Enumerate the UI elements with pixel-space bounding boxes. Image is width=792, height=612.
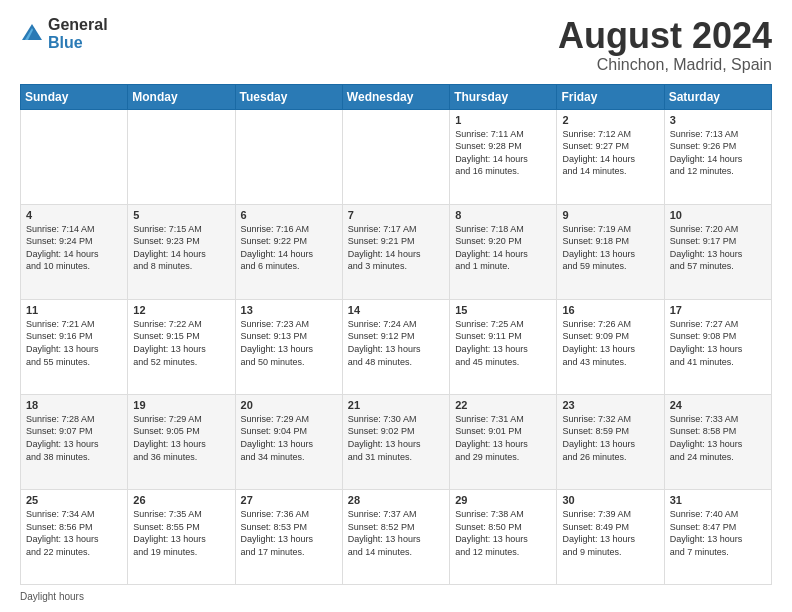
page: General Blue August 2024 Chinchon, Madri… (0, 0, 792, 612)
calendar-cell: 9Sunrise: 7:19 AM Sunset: 9:18 PM Daylig… (557, 204, 664, 299)
calendar-cell: 24Sunrise: 7:33 AM Sunset: 8:58 PM Dayli… (664, 394, 771, 489)
calendar-week-5: 25Sunrise: 7:34 AM Sunset: 8:56 PM Dayli… (21, 489, 772, 584)
day-info: Sunrise: 7:20 AM Sunset: 9:17 PM Dayligh… (670, 223, 766, 273)
calendar-cell: 11Sunrise: 7:21 AM Sunset: 9:16 PM Dayli… (21, 299, 128, 394)
title-block: August 2024 Chinchon, Madrid, Spain (558, 16, 772, 74)
footer-label: Daylight hours (20, 591, 84, 602)
header: General Blue August 2024 Chinchon, Madri… (20, 16, 772, 74)
day-number: 1 (455, 114, 551, 126)
day-number: 2 (562, 114, 658, 126)
day-info: Sunrise: 7:34 AM Sunset: 8:56 PM Dayligh… (26, 508, 122, 558)
day-info: Sunrise: 7:32 AM Sunset: 8:59 PM Dayligh… (562, 413, 658, 463)
logo-text: General Blue (48, 16, 108, 51)
day-number: 21 (348, 399, 444, 411)
logo-blue-text: Blue (48, 34, 108, 52)
day-number: 6 (241, 209, 337, 221)
calendar-cell: 19Sunrise: 7:29 AM Sunset: 9:05 PM Dayli… (128, 394, 235, 489)
day-info: Sunrise: 7:25 AM Sunset: 9:11 PM Dayligh… (455, 318, 551, 368)
calendar-header-sunday: Sunday (21, 84, 128, 109)
day-number: 20 (241, 399, 337, 411)
calendar-cell: 6Sunrise: 7:16 AM Sunset: 9:22 PM Daylig… (235, 204, 342, 299)
day-number: 31 (670, 494, 766, 506)
calendar-cell: 8Sunrise: 7:18 AM Sunset: 9:20 PM Daylig… (450, 204, 557, 299)
day-number: 4 (26, 209, 122, 221)
day-number: 27 (241, 494, 337, 506)
day-info: Sunrise: 7:37 AM Sunset: 8:52 PM Dayligh… (348, 508, 444, 558)
day-info: Sunrise: 7:36 AM Sunset: 8:53 PM Dayligh… (241, 508, 337, 558)
calendar-week-4: 18Sunrise: 7:28 AM Sunset: 9:07 PM Dayli… (21, 394, 772, 489)
calendar-cell: 14Sunrise: 7:24 AM Sunset: 9:12 PM Dayli… (342, 299, 449, 394)
day-number: 17 (670, 304, 766, 316)
calendar-cell: 20Sunrise: 7:29 AM Sunset: 9:04 PM Dayli… (235, 394, 342, 489)
day-number: 19 (133, 399, 229, 411)
footer: Daylight hours (20, 591, 772, 602)
calendar-header-thursday: Thursday (450, 84, 557, 109)
day-number: 13 (241, 304, 337, 316)
calendar-cell: 25Sunrise: 7:34 AM Sunset: 8:56 PM Dayli… (21, 489, 128, 584)
calendar-cell: 12Sunrise: 7:22 AM Sunset: 9:15 PM Dayli… (128, 299, 235, 394)
day-info: Sunrise: 7:29 AM Sunset: 9:05 PM Dayligh… (133, 413, 229, 463)
main-title: August 2024 (558, 16, 772, 56)
day-number: 30 (562, 494, 658, 506)
calendar-cell (235, 109, 342, 204)
day-info: Sunrise: 7:40 AM Sunset: 8:47 PM Dayligh… (670, 508, 766, 558)
day-info: Sunrise: 7:26 AM Sunset: 9:09 PM Dayligh… (562, 318, 658, 368)
day-info: Sunrise: 7:39 AM Sunset: 8:49 PM Dayligh… (562, 508, 658, 558)
day-number: 29 (455, 494, 551, 506)
day-number: 24 (670, 399, 766, 411)
logo-general-text: General (48, 16, 108, 34)
calendar-cell: 1Sunrise: 7:11 AM Sunset: 9:28 PM Daylig… (450, 109, 557, 204)
day-number: 7 (348, 209, 444, 221)
day-info: Sunrise: 7:35 AM Sunset: 8:55 PM Dayligh… (133, 508, 229, 558)
calendar-header-friday: Friday (557, 84, 664, 109)
day-info: Sunrise: 7:13 AM Sunset: 9:26 PM Dayligh… (670, 128, 766, 178)
day-number: 22 (455, 399, 551, 411)
calendar-cell: 4Sunrise: 7:14 AM Sunset: 9:24 PM Daylig… (21, 204, 128, 299)
logo: General Blue (20, 16, 108, 51)
day-number: 5 (133, 209, 229, 221)
day-info: Sunrise: 7:12 AM Sunset: 9:27 PM Dayligh… (562, 128, 658, 178)
calendar-cell: 10Sunrise: 7:20 AM Sunset: 9:17 PM Dayli… (664, 204, 771, 299)
calendar-cell (21, 109, 128, 204)
calendar-header-wednesday: Wednesday (342, 84, 449, 109)
calendar-header-monday: Monday (128, 84, 235, 109)
calendar-cell: 29Sunrise: 7:38 AM Sunset: 8:50 PM Dayli… (450, 489, 557, 584)
day-info: Sunrise: 7:27 AM Sunset: 9:08 PM Dayligh… (670, 318, 766, 368)
calendar-cell: 30Sunrise: 7:39 AM Sunset: 8:49 PM Dayli… (557, 489, 664, 584)
subtitle: Chinchon, Madrid, Spain (558, 56, 772, 74)
day-info: Sunrise: 7:33 AM Sunset: 8:58 PM Dayligh… (670, 413, 766, 463)
calendar-cell: 16Sunrise: 7:26 AM Sunset: 9:09 PM Dayli… (557, 299, 664, 394)
calendar-cell: 17Sunrise: 7:27 AM Sunset: 9:08 PM Dayli… (664, 299, 771, 394)
calendar-cell: 22Sunrise: 7:31 AM Sunset: 9:01 PM Dayli… (450, 394, 557, 489)
day-info: Sunrise: 7:18 AM Sunset: 9:20 PM Dayligh… (455, 223, 551, 273)
day-number: 15 (455, 304, 551, 316)
calendar-cell: 15Sunrise: 7:25 AM Sunset: 9:11 PM Dayli… (450, 299, 557, 394)
calendar-week-1: 1Sunrise: 7:11 AM Sunset: 9:28 PM Daylig… (21, 109, 772, 204)
calendar-cell: 13Sunrise: 7:23 AM Sunset: 9:13 PM Dayli… (235, 299, 342, 394)
calendar-cell: 23Sunrise: 7:32 AM Sunset: 8:59 PM Dayli… (557, 394, 664, 489)
calendar-cell: 18Sunrise: 7:28 AM Sunset: 9:07 PM Dayli… (21, 394, 128, 489)
day-number: 14 (348, 304, 444, 316)
day-info: Sunrise: 7:31 AM Sunset: 9:01 PM Dayligh… (455, 413, 551, 463)
calendar-table: SundayMondayTuesdayWednesdayThursdayFrid… (20, 84, 772, 585)
calendar-cell: 26Sunrise: 7:35 AM Sunset: 8:55 PM Dayli… (128, 489, 235, 584)
calendar-header-saturday: Saturday (664, 84, 771, 109)
day-info: Sunrise: 7:29 AM Sunset: 9:04 PM Dayligh… (241, 413, 337, 463)
day-number: 16 (562, 304, 658, 316)
calendar-header-tuesday: Tuesday (235, 84, 342, 109)
day-number: 18 (26, 399, 122, 411)
day-info: Sunrise: 7:30 AM Sunset: 9:02 PM Dayligh… (348, 413, 444, 463)
day-info: Sunrise: 7:38 AM Sunset: 8:50 PM Dayligh… (455, 508, 551, 558)
calendar-cell: 7Sunrise: 7:17 AM Sunset: 9:21 PM Daylig… (342, 204, 449, 299)
calendar-cell: 28Sunrise: 7:37 AM Sunset: 8:52 PM Dayli… (342, 489, 449, 584)
calendar-cell: 27Sunrise: 7:36 AM Sunset: 8:53 PM Dayli… (235, 489, 342, 584)
day-info: Sunrise: 7:17 AM Sunset: 9:21 PM Dayligh… (348, 223, 444, 273)
day-number: 3 (670, 114, 766, 126)
calendar-cell (342, 109, 449, 204)
calendar-cell: 5Sunrise: 7:15 AM Sunset: 9:23 PM Daylig… (128, 204, 235, 299)
day-info: Sunrise: 7:21 AM Sunset: 9:16 PM Dayligh… (26, 318, 122, 368)
day-number: 10 (670, 209, 766, 221)
day-info: Sunrise: 7:24 AM Sunset: 9:12 PM Dayligh… (348, 318, 444, 368)
calendar-cell: 3Sunrise: 7:13 AM Sunset: 9:26 PM Daylig… (664, 109, 771, 204)
day-number: 11 (26, 304, 122, 316)
